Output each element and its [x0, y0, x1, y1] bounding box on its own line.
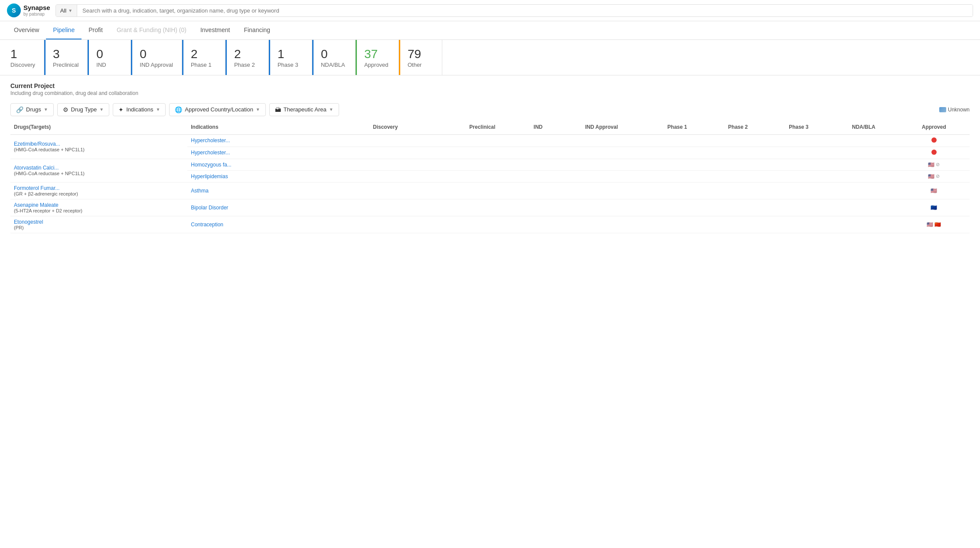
chevron-down-icon: ▼ [44, 107, 48, 112]
drug-name-asenapine[interactable]: Asenapine Maleate [14, 202, 184, 208]
drug-cell-formoterol: Formoterol Fumar... (GR + β2-adrenergic … [10, 182, 187, 199]
flag-us-icon: 🇺🇸 [931, 188, 937, 194]
stage-approved: 🇺🇸 ⊘ [898, 159, 970, 170]
filter-indications[interactable]: ✦ Indications ▼ [113, 103, 166, 116]
count-ind-approval[interactable]: 0 IND Approval [131, 40, 182, 75]
drug-type-icon: ⚙ [63, 106, 69, 113]
stage-preclinical [445, 134, 520, 147]
count-bar-ind [88, 40, 89, 75]
filter-drug-type[interactable]: ⚙ Drug Type ▼ [57, 103, 110, 116]
stage-phase1 [647, 216, 708, 233]
indication-link[interactable]: Asthma [191, 188, 209, 194]
indication-link[interactable]: Bipolar Disorder [191, 205, 228, 211]
count-bar-preclinical [44, 40, 46, 75]
logo-text: Synapse by patsnap [23, 4, 50, 16]
flag-us-icon: 🇺🇸 [928, 173, 934, 179]
indication-link[interactable]: Hypercholester... [191, 137, 230, 144]
count-other[interactable]: 79 Other [399, 40, 442, 75]
table-container: Drugs(Targets) Indications Discovery Pre… [0, 120, 980, 233]
count-other-label: Other [408, 62, 433, 68]
count-discovery-number: 1 [10, 47, 35, 62]
stage-phase3 [768, 159, 829, 170]
stage-nda-bla [829, 134, 898, 147]
stage-phase1 [647, 170, 708, 182]
col-discovery: Discovery [326, 120, 445, 135]
logo-sub: by patsnap [23, 12, 50, 16]
filter-therapeutic-area[interactable]: 🏔 Therapeutic Area ▼ [269, 103, 339, 116]
count-bar-approved [356, 40, 357, 75]
tab-financing[interactable]: Financing [237, 21, 277, 39]
count-phase3-label: Phase 3 [278, 62, 303, 68]
indication-link[interactable]: Hyperlipidemias [191, 173, 228, 179]
stage-preclinical [445, 170, 520, 182]
tab-pipeline[interactable]: Pipeline [46, 21, 82, 39]
stage-phase1 [647, 199, 708, 216]
table-row: Asenapine Maleate (5-HT2A receptor + D2 … [10, 199, 970, 216]
stage-nda-bla [829, 147, 898, 159]
stage-ind-approval [556, 216, 647, 233]
drug-name-atorvastatin[interactable]: Atorvastatin Calci... [14, 165, 184, 171]
tab-investment[interactable]: Investment [193, 21, 237, 39]
count-other-number: 79 [408, 47, 433, 62]
drug-name-etonogestrel[interactable]: Etonogestrel [14, 219, 184, 225]
table-header-row: Drugs(Targets) Indications Discovery Pre… [10, 120, 970, 135]
indication-link[interactable]: Hypercholester... [191, 150, 230, 156]
count-phase3[interactable]: 1 Phase 3 [269, 40, 312, 75]
chevron-down-icon: ▼ [156, 107, 160, 112]
count-phase2[interactable]: 2 Phase 2 [225, 40, 269, 75]
chevron-down-icon: ▼ [99, 107, 104, 112]
stage-phase3 [768, 134, 829, 147]
col-indications: Indications [187, 120, 326, 135]
indication-cell: Hypercholester... [187, 134, 326, 147]
tab-profit[interactable]: Profit [82, 21, 110, 39]
indication-link[interactable]: Homozygous fa... [191, 162, 231, 168]
drug-name-ezetimibe[interactable]: Ezetimibe/Rosuva... [14, 141, 184, 147]
count-phase2-number: 2 [234, 47, 260, 62]
count-ind-approval-number: 0 [140, 47, 173, 62]
tab-overview[interactable]: Overview [7, 21, 46, 39]
drug-target-etonogestrel: (PR) [14, 225, 184, 230]
count-ind-number: 0 [96, 47, 122, 62]
drug-cell-etonogestrel: Etonogestrel (PR) [10, 216, 187, 233]
drug-name-formoterol[interactable]: Formoterol Fumar... [14, 185, 184, 191]
count-approved[interactable]: 37 Approved [356, 40, 399, 75]
col-phase2: Phase 2 [708, 120, 768, 135]
count-ind-label: IND [96, 62, 122, 68]
count-ind[interactable]: 0 IND [88, 40, 131, 75]
col-nda-bla: NDA/BLA [829, 120, 898, 135]
count-phase3-number: 1 [278, 47, 303, 62]
stage-ind-approval [556, 182, 647, 199]
count-discovery[interactable]: 1 Discovery [0, 40, 44, 75]
table-row: Formoterol Fumar... (GR + β2-adrenergic … [10, 182, 970, 199]
flag-cell: 🇺🇸 ⊘ [902, 162, 966, 168]
flag-us-icon: 🇺🇸 [927, 222, 933, 228]
stage-phase2 [708, 182, 768, 199]
filter-drugs[interactable]: 🔗 Drugs ▼ [10, 103, 54, 116]
stage-phase3 [768, 170, 829, 182]
col-phase1: Phase 1 [647, 120, 708, 135]
search-input[interactable] [77, 5, 973, 16]
approved-dot [931, 137, 937, 143]
count-nda-bla[interactable]: 0 NDA/BLA [312, 40, 356, 75]
filter-approved-country[interactable]: 🌐 Approved Country/Location ▼ [169, 103, 265, 116]
stage-phase2 [708, 159, 768, 170]
country-icon: 🌐 [175, 106, 182, 113]
search-filter-dropdown[interactable]: All ▼ [56, 5, 77, 16]
stage-preclinical [445, 199, 520, 216]
drugs-icon: 🔗 [16, 106, 23, 113]
table-row: Atorvastatin Calci... (HMG-CoA reductase… [10, 159, 970, 170]
stage-ind [520, 134, 556, 147]
filter-drugs-label: Drugs [26, 106, 41, 113]
indication-link[interactable]: Contraception [191, 222, 223, 228]
indication-cell: Hypercholester... [187, 147, 326, 159]
indication-cell: Contraception [187, 216, 326, 233]
flag-cell: 🇺🇸 ⊘ [902, 173, 966, 179]
stage-ind [520, 216, 556, 233]
count-phase1[interactable]: 2 Phase 1 [182, 40, 225, 75]
count-preclinical[interactable]: 3 Preclinical [44, 40, 88, 75]
stage-discovery [326, 216, 445, 233]
count-phase1-label: Phase 1 [191, 62, 216, 68]
stage-preclinical [445, 147, 520, 159]
unknown-label: Unknown [948, 107, 970, 113]
chevron-down-icon: ▼ [256, 107, 260, 112]
